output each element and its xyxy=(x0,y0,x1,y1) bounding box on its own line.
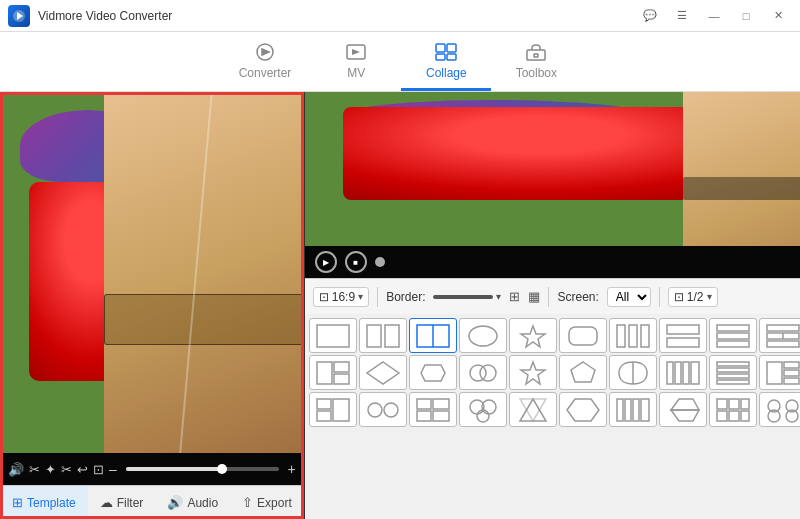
split-button[interactable]: ⊡ 1/2 ▾ xyxy=(668,287,718,307)
tab-export-label: Export xyxy=(257,496,292,510)
play-button[interactable]: ▶ xyxy=(315,251,337,273)
template-icon: ⊞ xyxy=(12,495,23,510)
cut-icon[interactable]: ✂ xyxy=(29,463,40,476)
collage-cell-38[interactable] xyxy=(659,392,707,427)
left-video-canvas xyxy=(0,92,304,453)
svg-marker-97 xyxy=(671,410,699,421)
progress-thumb xyxy=(217,464,227,474)
tab-collage[interactable]: Collage xyxy=(401,36,491,91)
collage-cell-star[interactable] xyxy=(509,318,557,353)
svg-rect-40 xyxy=(317,362,332,384)
svg-rect-92 xyxy=(617,399,623,421)
collage-cell-34[interactable] xyxy=(459,392,507,427)
app-logo xyxy=(8,5,30,27)
svg-rect-51 xyxy=(691,362,699,384)
volume-icon[interactable]: 🔊 xyxy=(8,463,24,476)
plus-button[interactable]: + xyxy=(288,462,296,476)
tab-mv[interactable]: MV xyxy=(311,36,401,91)
collage-cell-21[interactable] xyxy=(309,355,357,390)
tab-export[interactable]: ⇧ Export xyxy=(230,486,304,519)
tab-mv-label: MV xyxy=(347,66,365,80)
collage-cell-36[interactable] xyxy=(559,392,607,427)
svg-marker-43 xyxy=(367,362,399,384)
minimize-button[interactable]: — xyxy=(700,6,728,26)
titlebar: Vidmore Video Converter 💬 ☰ — □ ✕ xyxy=(0,0,800,32)
svg-rect-101 xyxy=(717,411,727,421)
collage-cell-33[interactable] xyxy=(409,392,457,427)
left-controls-bar: 🔊 ✂ ✦ ✂ ↩ ⊡ – + xyxy=(0,453,304,485)
collage-cell-35[interactable] xyxy=(509,392,557,427)
collage-cell-310[interactable] xyxy=(759,392,800,427)
collage-cell-6[interactable] xyxy=(559,318,607,353)
svg-rect-7 xyxy=(436,54,445,60)
screen-select[interactable]: All xyxy=(607,287,651,307)
collage-cell-hsplit3[interactable] xyxy=(709,318,757,353)
tab-collage-label: Collage xyxy=(426,66,467,80)
collage-cell-vsplit3[interactable] xyxy=(609,318,657,353)
collage-cell-26[interactable] xyxy=(559,355,607,390)
collage-cell-single[interactable] xyxy=(309,318,357,353)
close-button[interactable]: ✕ xyxy=(764,6,792,26)
tab-toolbox[interactable]: Toolbox xyxy=(491,36,581,91)
collage-cell-24[interactable] xyxy=(459,355,507,390)
svg-rect-19 xyxy=(617,325,625,347)
border-preview xyxy=(433,295,493,299)
collage-cell-31[interactable] xyxy=(309,392,357,427)
collage-cell-210[interactable] xyxy=(759,355,800,390)
separator-2 xyxy=(548,287,549,307)
collage-cell-28[interactable] xyxy=(659,355,707,390)
collage-cell-10[interactable] xyxy=(759,318,800,353)
svg-rect-41 xyxy=(334,362,349,372)
undo-icon[interactable]: ↩ xyxy=(77,463,88,476)
svg-rect-98 xyxy=(717,399,727,409)
clip-icon[interactable]: ✂ xyxy=(61,463,72,476)
tab-template[interactable]: ⊞ Template xyxy=(0,486,88,519)
ratio-icon: ⊡ xyxy=(319,290,329,304)
svg-point-80 xyxy=(368,403,382,417)
tab-converter[interactable]: Converter xyxy=(219,36,312,91)
svg-rect-29 xyxy=(767,341,799,347)
collage-cell-25[interactable] xyxy=(509,355,557,390)
pattern-icon[interactable]: ▦ xyxy=(528,289,540,304)
split-icon: ⊡ xyxy=(674,290,684,304)
border-control[interactable]: ▾ xyxy=(433,291,501,302)
tab-filter[interactable]: ☁ Filter xyxy=(88,486,156,519)
nav-tabs: Converter MV Collage Toolbox xyxy=(0,32,800,92)
left-video-face xyxy=(104,92,304,453)
maximize-button[interactable]: □ xyxy=(732,6,760,26)
collage-cell-23[interactable] xyxy=(409,355,457,390)
svg-rect-27 xyxy=(767,325,799,331)
message-button[interactable]: 💬 xyxy=(636,6,664,26)
svg-rect-9 xyxy=(527,50,545,60)
svg-point-16 xyxy=(469,326,497,346)
crop-icon[interactable]: ✦ xyxy=(45,463,56,476)
collage-cell-37[interactable] xyxy=(609,392,657,427)
svg-rect-49 xyxy=(675,362,681,384)
svg-rect-23 xyxy=(667,338,699,347)
progress-bar[interactable] xyxy=(126,467,279,471)
border-label: Border: xyxy=(386,290,425,304)
collage-cell-27[interactable] xyxy=(609,355,657,390)
collage-cell-hsplit2[interactable] xyxy=(659,318,707,353)
svg-rect-85 xyxy=(433,411,449,421)
ratio-button[interactable]: ⊡ 16:9 ▾ xyxy=(313,287,369,307)
content-area: 🔊 ✂ ✦ ✂ ↩ ⊡ – + ⊞ Template xyxy=(0,92,800,519)
collage-cell-39[interactable] xyxy=(709,392,757,427)
svg-rect-53 xyxy=(717,368,749,372)
svg-marker-96 xyxy=(671,399,699,410)
tab-converter-label: Converter xyxy=(239,66,292,80)
collage-cell-29[interactable] xyxy=(709,355,757,390)
effect-icon[interactable]: ⊡ xyxy=(93,463,104,476)
collage-cell-vsplit2[interactable] xyxy=(359,318,407,353)
menu-button[interactable]: ☰ xyxy=(668,6,696,26)
collage-cell-22[interactable] xyxy=(359,355,407,390)
stop-button[interactable]: ■ xyxy=(345,251,367,273)
svg-rect-18 xyxy=(569,327,597,345)
grid-icon[interactable]: ⊞ xyxy=(509,289,520,304)
window-controls: 💬 ☰ — □ ✕ xyxy=(636,6,792,26)
collage-cell-32[interactable] xyxy=(359,392,407,427)
tab-audio[interactable]: 🔊 Audio xyxy=(155,486,230,519)
collage-cell-4[interactable] xyxy=(459,318,507,353)
collage-cell-diagonal[interactable] xyxy=(409,318,457,353)
minus-button[interactable]: – xyxy=(109,462,117,476)
